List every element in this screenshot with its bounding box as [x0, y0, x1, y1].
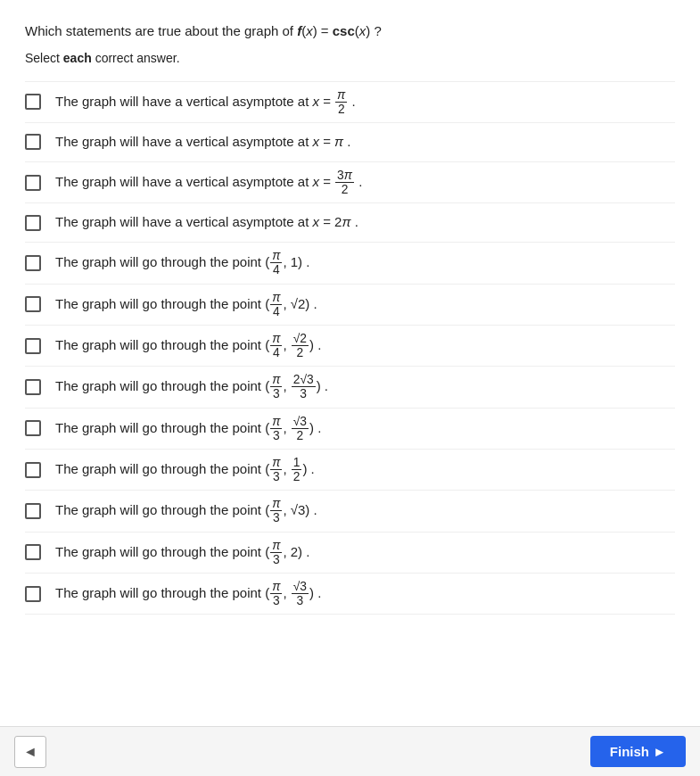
- select-instruction: Select each correct answer.: [25, 51, 675, 65]
- finish-button[interactable]: Finish ►: [590, 736, 686, 767]
- checkbox-12[interactable]: [25, 544, 41, 560]
- page-container: Which statements are true about the grap…: [0, 0, 700, 686]
- option-text-8: The graph will go through the point (π3,…: [55, 373, 328, 400]
- option-item-4[interactable]: The graph will have a vertical asymptote…: [25, 203, 675, 243]
- checkbox-5[interactable]: [25, 255, 41, 271]
- option-item-1[interactable]: The graph will have a vertical asymptote…: [25, 81, 675, 123]
- checkbox-4[interactable]: [25, 215, 41, 231]
- option-item-8[interactable]: The graph will go through the point (π3,…: [25, 367, 675, 408]
- question-text: Which statements are true about the grap…: [25, 23, 293, 38]
- question-end: ?: [374, 23, 381, 38]
- option-text-13: The graph will go through the point (π3,…: [55, 580, 321, 607]
- checkbox-6[interactable]: [25, 296, 41, 312]
- checkbox-13[interactable]: [25, 586, 41, 602]
- checkbox-11[interactable]: [25, 503, 41, 519]
- checkbox-2[interactable]: [25, 134, 41, 150]
- option-text-3: The graph will have a vertical asymptote…: [55, 169, 362, 196]
- option-text-5: The graph will go through the point (π4,…: [55, 249, 309, 277]
- option-item-5[interactable]: The graph will go through the point (π4,…: [25, 243, 675, 284]
- option-item-6[interactable]: The graph will go through the point (π4,…: [25, 285, 675, 326]
- option-item-10[interactable]: The graph will go through the point (π3,…: [25, 450, 675, 491]
- option-item-2[interactable]: The graph will have a vertical asymptote…: [25, 123, 675, 162]
- checkbox-8[interactable]: [25, 379, 41, 395]
- option-list: The graph will have a vertical asymptote…: [25, 81, 675, 615]
- option-item-13[interactable]: The graph will go through the point (π3,…: [25, 574, 675, 615]
- checkbox-3[interactable]: [25, 175, 41, 191]
- option-item-11[interactable]: The graph will go through the point (π3,…: [25, 491, 675, 532]
- option-item-9[interactable]: The graph will go through the point (π3,…: [25, 409, 675, 450]
- checkbox-10[interactable]: [25, 462, 41, 478]
- option-text-9: The graph will go through the point (π3,…: [55, 415, 321, 442]
- option-text-12: The graph will go through the point (π3,…: [55, 539, 309, 566]
- option-text-1: The graph will have a vertical asymptote…: [55, 88, 356, 116]
- back-button[interactable]: ◄: [14, 736, 46, 768]
- option-text-11: The graph will go through the point (π3,…: [55, 497, 317, 524]
- option-text-2: The graph will have a vertical asymptote…: [55, 132, 351, 153]
- option-text-10: The graph will go through the point (π3,…: [55, 456, 315, 483]
- option-text-6: The graph will go through the point (π4,…: [55, 291, 317, 318]
- option-text-4: The graph will have a vertical asymptote…: [55, 212, 358, 233]
- option-item-12[interactable]: The graph will go through the point (π3,…: [25, 532, 675, 574]
- option-item-7[interactable]: The graph will go through the point (π4,…: [25, 326, 675, 367]
- option-item-3[interactable]: The graph will have a vertical asymptote…: [25, 162, 675, 203]
- function-label: f(x) = csc(x): [297, 23, 374, 38]
- question-title: Which statements are true about the grap…: [25, 21, 675, 42]
- checkbox-7[interactable]: [25, 338, 41, 354]
- option-text-7: The graph will go through the point (π4,…: [55, 332, 321, 359]
- checkbox-1[interactable]: [25, 94, 41, 110]
- checkbox-9[interactable]: [25, 420, 41, 436]
- footer: ◄ Finish ►: [0, 726, 700, 776]
